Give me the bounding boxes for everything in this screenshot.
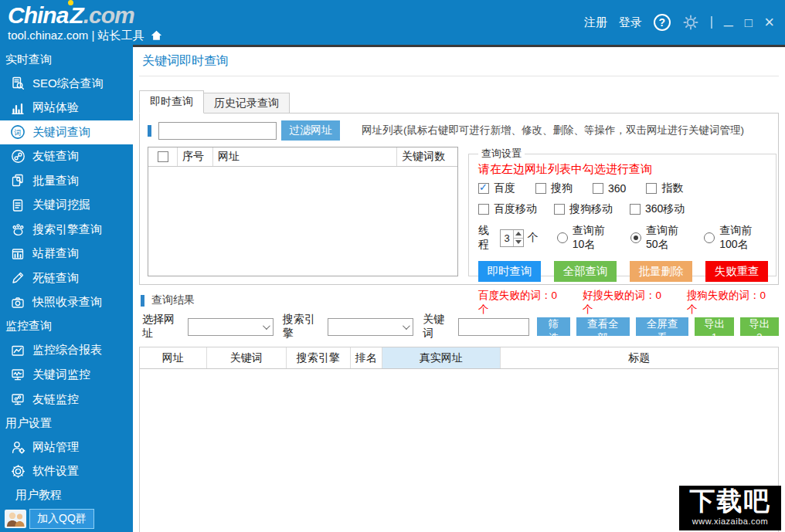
titlebar-separator — [711, 16, 712, 29]
maximize-button[interactable]: □ — [745, 16, 753, 29]
app-window: ChinaZ.com tool.chinaz.com | 站长工具 注册 登录 … — [0, 0, 785, 532]
radio-label: 查询前50名 — [646, 224, 689, 252]
rank-option-top50[interactable]: 查询前50名 — [630, 224, 689, 252]
sidebar-item-label: 关键词挖掘 — [32, 198, 90, 212]
engine-option-sogou[interactable]: 搜狗 — [535, 181, 573, 195]
search-engine-icon — [9, 222, 26, 237]
sidebar-item-seo-query[interactable]: SEO综合查询 — [0, 72, 133, 97]
monitor-report-icon — [9, 343, 26, 358]
engine-options-row: 百度 搜狗 360 指数 — [478, 181, 768, 195]
keyword-filter-input[interactable] — [458, 318, 529, 336]
baidu-checkbox[interactable] — [478, 183, 489, 194]
url-table-body[interactable] — [148, 167, 457, 276]
friend-link-monitor-icon — [9, 391, 26, 407]
search-engine-dropdown[interactable] — [328, 318, 413, 336]
sidebar-item-keyword-mining[interactable]: 关键词挖掘 — [0, 193, 133, 218]
radio-label: 查询前100名 — [719, 224, 768, 252]
stepper-down-icon[interactable] — [514, 239, 523, 246]
main-content: 关键词即时查询 即时查询 历史记录查询 过滤网址 网址列表(鼠标右键即可进行新增… — [133, 45, 785, 532]
baidu-mobile-checkbox[interactable] — [478, 204, 489, 215]
friend-link-icon — [9, 149, 26, 164]
results-section-title: 查询结果 — [151, 293, 195, 307]
software-settings-gear-icon — [9, 464, 26, 479]
index-checkbox[interactable] — [646, 183, 657, 194]
settings-gear-icon[interactable] — [682, 14, 699, 31]
thread-unit: 个 — [528, 231, 539, 245]
section-marker — [148, 125, 151, 137]
sidebar-item-snapshot-query[interactable]: 快照收录查询 — [0, 290, 133, 315]
url-table-header: 序号 网址 关键词数 — [148, 147, 457, 167]
checkbox-label: 360移动 — [645, 202, 685, 216]
360-checkbox[interactable] — [593, 183, 603, 194]
engine-option-360-mobile[interactable]: 360移动 — [630, 202, 685, 216]
close-button[interactable]: × — [764, 14, 774, 31]
sidebar-item-keyword-query[interactable]: 词 关键词查询 — [0, 120, 133, 145]
sidebar-item-dead-link-query[interactable]: 死链查询 — [0, 266, 133, 291]
fullscreen-view-button[interactable]: 全屏查看 — [636, 317, 689, 336]
sidebar-item-friend-link-query[interactable]: 友链查询 — [0, 144, 133, 169]
xiazaiba-watermark: 下载吧 www.xiazaiba.com — [679, 486, 781, 530]
rank-option-top10[interactable]: 查询前10名 — [557, 224, 616, 252]
login-link[interactable]: 登录 — [619, 15, 642, 30]
sidebar-item-label: 快照收录查询 — [32, 295, 102, 310]
engine-option-sogou-mobile[interactable]: 搜狗移动 — [554, 202, 613, 216]
select-url-dropdown[interactable] — [188, 318, 274, 336]
export2-button[interactable]: 导出2 — [740, 317, 779, 336]
engine-option-index[interactable]: 指数 — [646, 181, 683, 195]
sidebar: 实时查询 SEO综合查询 网站体验 词 关键词查询 友链查询 批量查询 — [0, 45, 133, 532]
action-buttons-row: 即时查询 全部查询 批量删除 失败重查 — [478, 261, 768, 282]
logo-china: China — [8, 2, 68, 28]
mobile-options-row: 百度移动 搜狗移动 360移动 — [478, 202, 768, 216]
export1-button[interactable]: 导出1 — [695, 317, 733, 336]
engine-option-baidu[interactable]: 百度 — [478, 181, 515, 195]
sidebar-item-monitor-report[interactable]: 监控综合报表 — [0, 338, 133, 363]
register-link[interactable]: 注册 — [584, 15, 607, 30]
sidebar-item-batch-query[interactable]: 批量查询 — [0, 169, 133, 194]
help-icon[interactable]: ? — [654, 14, 671, 31]
sidebar-item-site-experience[interactable]: 网站体验 — [0, 96, 133, 120]
select-all-checkbox[interactable] — [158, 151, 168, 162]
sogou-checkbox[interactable] — [535, 183, 546, 194]
sogou-mobile-checkbox[interactable] — [554, 204, 565, 215]
sidebar-section-user-settings: 用户设置 — [0, 412, 133, 435]
join-qq-group-button[interactable]: 加入QQ群 — [29, 509, 94, 529]
results-filter-row: 选择网址 搜索引擎 关键词 筛选 查看全部 全屏查看 导出1 导出2 — [139, 313, 779, 341]
retry-failed-button[interactable]: 失败重查 — [705, 261, 768, 282]
engine-option-360[interactable]: 360 — [593, 182, 626, 195]
sidebar-item-label: 监控综合报表 — [32, 343, 102, 357]
sidebar-item-site-manage[interactable]: 网站管理 — [0, 435, 133, 459]
url-filter-input[interactable] — [158, 122, 277, 140]
sidebar-item-keyword-monitor[interactable]: 关键词监控 — [0, 363, 133, 388]
seo-report-icon — [9, 76, 26, 91]
sidebar-item-search-engine-query[interactable]: 搜索引擎查询 — [0, 218, 133, 242]
filter-button[interactable]: 筛选 — [537, 317, 570, 336]
query-settings-panel: 查询设置 请在左边网址列表中勾选进行查询 百度 搜狗 360 指数 百度移动 搜… — [468, 147, 777, 276]
top50-radio[interactable] — [630, 232, 641, 243]
query-all-button[interactable]: 全部查询 — [554, 261, 617, 282]
home-icon[interactable] — [150, 29, 163, 42]
top10-radio[interactable] — [557, 232, 568, 243]
top100-radio[interactable] — [704, 232, 715, 243]
minimize-button[interactable]: ─ — [724, 19, 733, 32]
tab-history-query[interactable]: 历史记录查询 — [204, 93, 290, 114]
view-all-button[interactable]: 查看全部 — [576, 317, 630, 336]
stepper-up-icon[interactable] — [514, 230, 523, 239]
tab-instant-query[interactable]: 即时查询 — [139, 90, 204, 114]
thread-count-stepper[interactable]: 3 — [500, 229, 523, 247]
filter-url-button[interactable]: 过滤网址 — [281, 120, 340, 141]
engine-option-baidu-mobile[interactable]: 百度移动 — [478, 202, 537, 216]
batch-delete-button[interactable]: 批量删除 — [630, 261, 692, 282]
sidebar-item-friend-link-monitor[interactable]: 友链监控 — [0, 387, 133, 412]
batch-query-icon — [9, 173, 26, 188]
rank-option-top100[interactable]: 查询前100名 — [704, 224, 768, 252]
sidebar-item-software-settings[interactable]: 软件设置 — [0, 459, 133, 484]
sidebar-item-site-group-query[interactable]: 站群查询 — [0, 242, 133, 266]
360-mobile-checkbox[interactable] — [630, 204, 641, 215]
watermark-url: www.xiazaiba.com — [679, 517, 781, 527]
checkbox-label: 百度 — [494, 181, 515, 195]
snapshot-camera-icon — [9, 295, 26, 310]
sidebar-item-user-tutorial[interactable]: 用户教程 — [0, 483, 133, 507]
instant-query-button[interactable]: 即时查询 — [478, 261, 541, 282]
checkbox-label: 搜狗移动 — [569, 202, 613, 216]
logo-com: .com — [83, 2, 134, 28]
